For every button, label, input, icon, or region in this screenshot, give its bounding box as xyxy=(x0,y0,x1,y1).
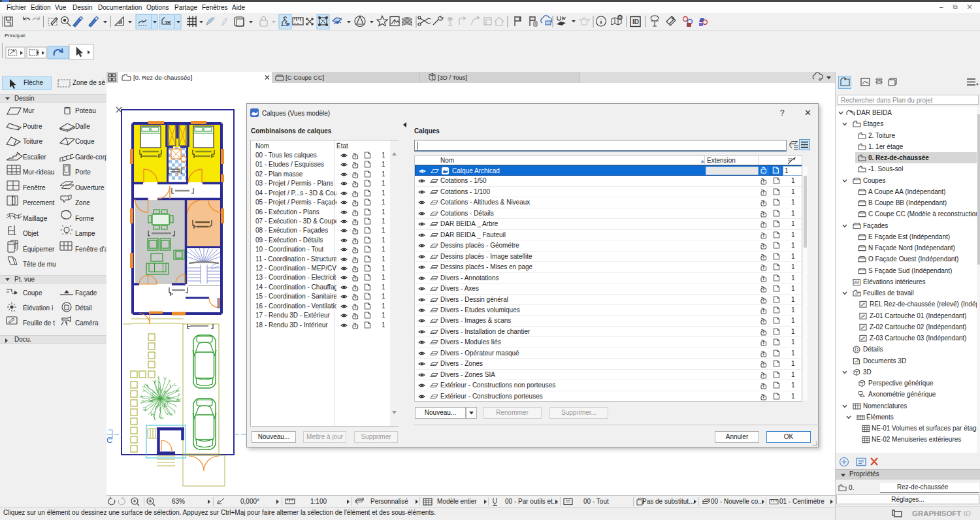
svg-text:ID: ID xyxy=(632,18,639,25)
